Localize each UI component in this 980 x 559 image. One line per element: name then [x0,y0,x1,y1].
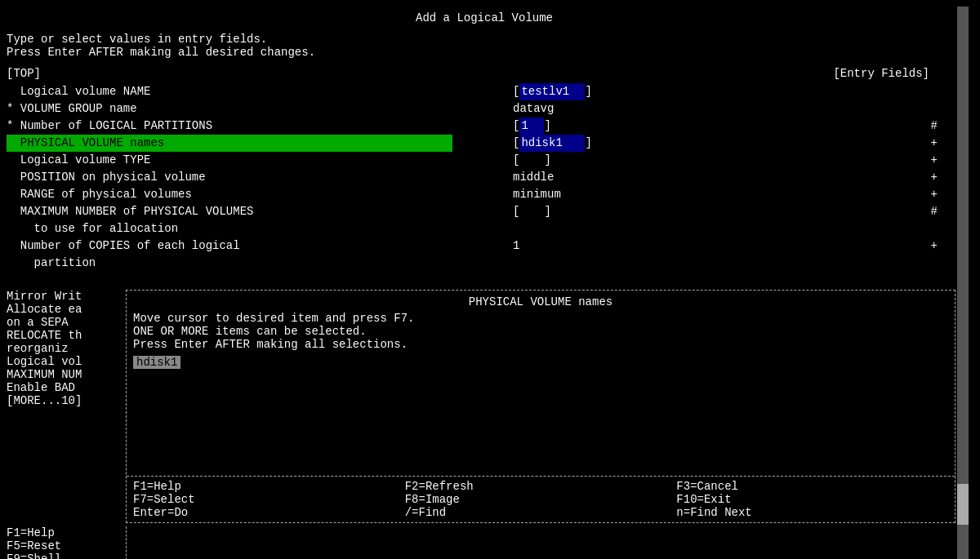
footer: F1=Help F5=Reset F9=Shell [0,525,969,559]
table-row: MAXIMUM NUMBER of PHYSICAL VOLUMES [ ] # [7,203,962,220]
modal-footer: F1=HelpF7=SelectEnter=DoF2=RefreshF8=Ima… [127,476,955,522]
table-row: Logical volume TYPE [ ] + [7,152,962,169]
table-row: POSITION on physical volume middle + [7,169,962,186]
modal-box: PHYSICAL VOLUME names Move cursor to des… [126,290,956,523]
scrollbar-thumb[interactable] [957,484,969,525]
table-row: to use for allocation [7,220,962,237]
modal-instructions: Move cursor to desired item and press F7… [127,312,955,351]
screen: Add a Logical Volume Type or select valu… [0,0,980,559]
footer-key-f5[interactable]: F5=Reset [7,539,126,552]
table-row: PHYSICAL VOLUME names [hdisk1] + [7,135,962,152]
table-row: Logical volume NAME [testlv1] [7,83,962,100]
page-title: Add a Logical Volume [0,7,969,33]
table-row: * VOLUME GROUP name datavg [7,100,962,118]
modal-title: PHYSICAL VOLUME names [127,291,955,312]
table-row: RANGE of physical volumes minimum + [7,186,962,203]
left-content: Mirror Writ Allocate ea on a SEPA RELOCA… [7,290,126,523]
footer-key-f1[interactable]: F1=Help [7,526,126,539]
section-header: [TOP] [Entry Fields] [7,67,962,80]
table-row: Number of COPIES of each logical 1 + [7,237,962,255]
instructions: Type or select values in entry fields. P… [0,33,969,59]
main-form: [TOP] [Entry Fields] Logical volume NAME… [0,67,969,272]
scrollbar[interactable] [957,7,969,559]
modal-item-list: hdisk1 [127,351,955,374]
footer-key-f9[interactable]: F9=Shell [7,552,126,559]
table-row: partition [7,255,962,272]
table-row: * Number of LOGICAL PARTITIONS [1] # [7,118,962,135]
list-item[interactable]: hdisk1 [133,356,948,369]
